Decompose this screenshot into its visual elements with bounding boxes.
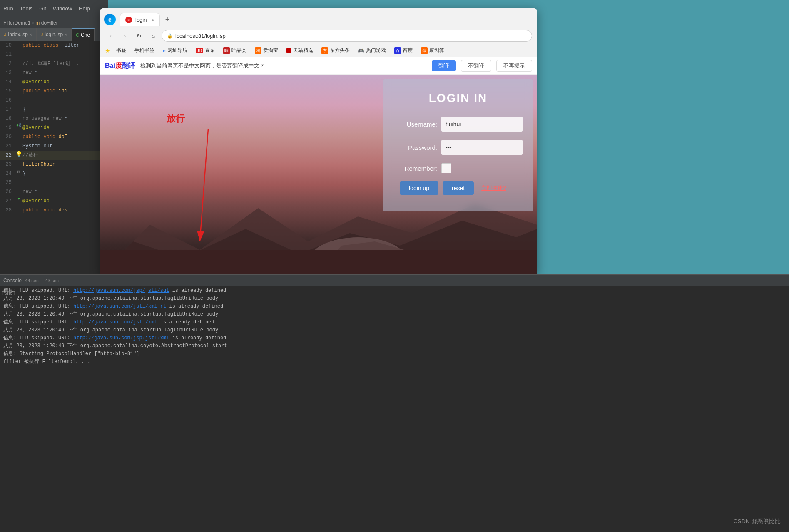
ide-tabs: J index.jsp × J login.jsp × C Che (0, 28, 108, 41)
bookmark-mobile[interactable]: 手机书签 (132, 46, 157, 55)
code-line-18: 18 no usages new * (0, 114, 108, 123)
breadcrumb-project: FilterDemo1 (3, 20, 30, 26)
password-field: Password: (400, 140, 516, 155)
username-input[interactable] (441, 117, 523, 132)
browser-logo: e (103, 13, 117, 26)
time-badge-2: 43 sec (45, 278, 58, 283)
code-line-20: 20 public void doF (0, 132, 108, 142)
bookmark-tmall[interactable]: T 天猫精选 (284, 46, 316, 55)
register-link[interactable]: 立即注册? (481, 184, 506, 192)
bookmark-games[interactable]: 🎮 热门游戏 (356, 46, 388, 55)
console-line-10: filter 被执行 FilterDemo1. . . (0, 358, 789, 365)
code-line-23: 23 filterChain (0, 160, 108, 169)
password-input[interactable] (441, 140, 523, 155)
translation-message: 检测到当前网页不是中文网页，是否要翻译成中文？ (140, 62, 427, 70)
bookmark-baidu[interactable]: 百 百度 (392, 46, 415, 55)
new-tab-button[interactable]: + (162, 14, 173, 25)
tab-che[interactable]: C Che (72, 28, 95, 41)
console-line-2: 八月 23, 2023 1:20:49 下午 org.apache.catali… (0, 294, 789, 302)
no-translate-button[interactable]: 不翻译 (461, 60, 491, 72)
code-line-11: 11 (0, 50, 108, 59)
browser-tab-login[interactable]: e login × (120, 13, 160, 26)
code-line-17: 17 } (0, 105, 108, 114)
bookmark-jd[interactable]: JD 京东 (193, 46, 217, 55)
console-link-3[interactable]: http://java.sun.com/jstl/xml (73, 319, 157, 325)
code-line-16: 16 (0, 96, 108, 105)
browser-nav: ‹ › ↻ ⌂ 🔒 localhost:81/login.jsp (100, 27, 537, 44)
star-icon: ★ (105, 47, 110, 54)
baidu-logo: Bai度翻译 (105, 62, 135, 70)
code-line-28: 28 public void des (0, 206, 108, 215)
code-line-21: 21 System.out. (0, 142, 108, 151)
breadcrumb-class: m doFilter (35, 20, 57, 26)
code-line-22: 22 💡 //放行 (0, 151, 108, 160)
ide-toolbar: Run Tools Git Window Help (0, 0, 108, 17)
home-button[interactable]: ⌂ (147, 30, 159, 42)
breadcrumb-separator: › (32, 20, 34, 26)
ide-code-area: 10 public class Filter 11 12 //1. 重写Filt… (0, 41, 108, 274)
remember-field: Remember: (400, 163, 516, 173)
refresh-button[interactable]: ↻ (133, 30, 145, 42)
code-line-15: 15 public void ini (0, 87, 108, 96)
username-field: Username: (400, 117, 516, 132)
tab-close-icon[interactable]: × (152, 17, 154, 22)
console-link-1[interactable]: http://java.sun.com/jsp/jstl/sql (73, 288, 169, 293)
console-line-3: 信息: TLD skipped. URI: http://java.sun.co… (0, 302, 789, 310)
console-line-6: 八月 23, 2023 1:20:49 下午 org.apache.catali… (0, 326, 789, 334)
ide-console: Console 44 sec 43 sec 信息: TLD skipped. U… (0, 274, 789, 532)
console-line-5: 信息: TLD skipped. URI: http://java.sun.co… (0, 318, 789, 326)
console-line-8: 八月 23, 2023 1:20:49 下午 org.apache.catali… (0, 342, 789, 350)
bookmark-ju[interactable]: 聚 聚划算 (418, 46, 447, 55)
login-box: LOGIN IN Username: Password: Remember: l… (383, 79, 533, 211)
console-link-2[interactable]: http://java.sun.com/jstl/xml_rt (73, 303, 166, 309)
login-title: LOGIN IN (400, 92, 516, 105)
console-line-4: 八月 23, 2023 1:20:49 下午 org.apache.catali… (0, 310, 789, 318)
close-icon[interactable]: × (65, 32, 67, 37)
menu-help[interactable]: Help (79, 5, 90, 12)
bookmark-shujian[interactable]: 书签 (114, 46, 129, 55)
code-line-25: 25 (0, 178, 108, 187)
menu-tools[interactable]: Tools (20, 5, 32, 12)
code-line-13: 13 new * (0, 68, 108, 77)
console-line-7: 信息: TLD skipped. URI: http://java.sun.co… (0, 334, 789, 342)
forward-button[interactable]: › (119, 30, 131, 42)
password-label: Password: (400, 144, 437, 151)
login-button[interactable]: login up (400, 181, 438, 195)
address-text: localhost:81/login.jsp (175, 33, 226, 39)
browser-tabbar: e e login × + (100, 8, 537, 27)
breadcrumb: FilterDemo1 › m doFilter (0, 17, 108, 28)
browser-content: 放行 LOGIN IN Username: Password: (100, 75, 537, 275)
console-line-9: 信息: Starting ProtocolHandler ["http-bio-… (0, 350, 789, 358)
console-header: Console 44 sec 43 sec (0, 275, 789, 286)
bookmark-vip[interactable]: 唯 唯品会 (221, 46, 249, 55)
address-bar[interactable]: 🔒 localhost:81/login.jsp (162, 30, 532, 42)
code-line-10: 10 public class Filter (0, 41, 108, 50)
tab-login-jsp[interactable]: J login.jsp × (37, 28, 72, 41)
translate-button[interactable]: 翻译 (432, 60, 456, 71)
bookmark-nav[interactable]: e 网址导航 (160, 46, 190, 55)
bookmark-taobao[interactable]: 淘 爱淘宝 (252, 46, 281, 55)
bookmarks-bar: ★ 书签 手机书签 e 网址导航 JD 京东 唯 唯品会 淘 爱淘宝 (100, 44, 537, 57)
back-button[interactable]: ‹ (105, 30, 117, 42)
menu-git[interactable]: Git (39, 5, 46, 12)
code-line-24: 24 ⊠ } (0, 169, 108, 178)
remember-checkbox[interactable] (441, 163, 451, 173)
menu-window[interactable]: Window (53, 5, 72, 12)
reset-button[interactable]: reset (443, 181, 474, 195)
code-line-12: 12 //1. 重写Filter进... (0, 59, 108, 68)
no-remind-button[interactable]: 不再提示 (496, 60, 532, 72)
username-label: Username: (400, 121, 437, 128)
code-line-14: 14 @Override (0, 77, 108, 87)
bookmark-dongfang[interactable]: 东 东方头条 (319, 46, 352, 55)
time-badge-1: 44 sec (25, 278, 38, 283)
close-icon[interactable]: × (30, 32, 32, 37)
lock-icon: 🔒 (167, 33, 173, 39)
remember-label: Remember: (400, 165, 437, 172)
menu-run[interactable]: Run (3, 5, 13, 12)
code-line-19: 19 ●@ @Override (0, 123, 108, 132)
code-line-27: 27 ● @Override (0, 196, 108, 206)
translation-bar: Bai度翻译 检测到当前网页不是中文网页，是否要翻译成中文？ 翻译 不翻译 不再… (100, 57, 537, 75)
browser-chrome: e e login × + ‹ › ↻ ⌂ 🔒 localhost:81/log… (100, 8, 537, 75)
tab-index-jsp[interactable]: J index.jsp × (0, 28, 37, 41)
console-link-4[interactable]: http://java.sun.com/jsp/jstl/xml (73, 335, 169, 341)
